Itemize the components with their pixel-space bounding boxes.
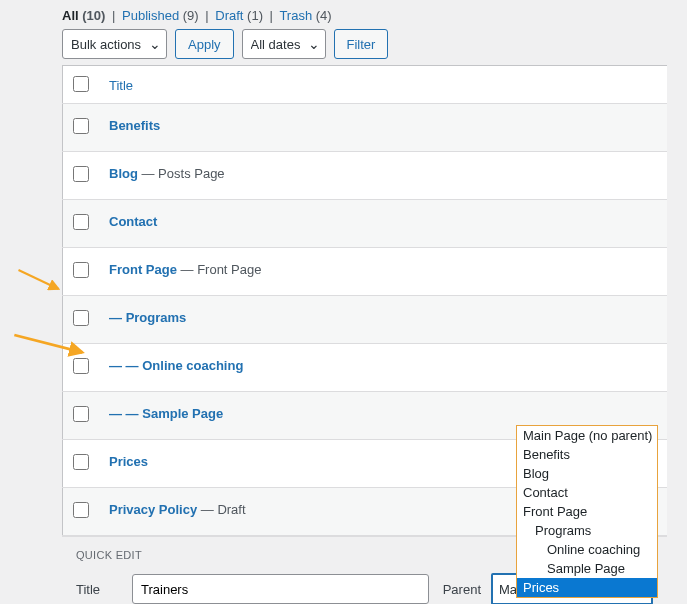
- parent-option[interactable]: Blog: [517, 464, 657, 483]
- hierarchy-prefix: — —: [109, 406, 142, 421]
- row-state: — Front Page: [177, 262, 262, 277]
- row-title-link[interactable]: Privacy Policy: [109, 502, 197, 517]
- filter-trash[interactable]: Trash: [279, 8, 312, 23]
- row-title-link[interactable]: Online coaching: [142, 358, 243, 373]
- parent-option[interactable]: Benefits: [517, 445, 657, 464]
- parent-option[interactable]: Main Page (no parent): [517, 426, 657, 445]
- filter-button[interactable]: Filter: [334, 29, 389, 59]
- parent-option[interactable]: Sample Page: [517, 559, 657, 578]
- parent-option[interactable]: Online coaching: [517, 540, 657, 559]
- row-state: — Posts Page: [138, 166, 225, 181]
- row-checkbox[interactable]: [73, 118, 89, 134]
- parent-option[interactable]: Programs: [517, 521, 657, 540]
- title-input[interactable]: [132, 574, 429, 604]
- filter-draft[interactable]: Draft: [215, 8, 243, 23]
- view-filters: All (10) | Published (9) | Draft (1) | T…: [62, 8, 667, 23]
- select-all-checkbox[interactable]: [73, 76, 89, 92]
- title-label: Title: [76, 582, 118, 597]
- table-row: — — Online coaching: [63, 344, 668, 392]
- table-row: Front Page — Front Page: [63, 248, 668, 296]
- row-state: — Draft: [197, 502, 245, 517]
- parent-listbox[interactable]: Main Page (no parent)BenefitsBlogContact…: [516, 425, 658, 598]
- row-title-link[interactable]: Benefits: [109, 118, 160, 133]
- filter-all[interactable]: All (10): [62, 8, 109, 23]
- parent-label: Parent: [443, 582, 481, 597]
- row-checkbox[interactable]: [73, 358, 89, 374]
- parent-option[interactable]: Front Page: [517, 502, 657, 521]
- hierarchy-prefix: — —: [109, 358, 142, 373]
- row-title-link[interactable]: Prices: [109, 454, 148, 469]
- hierarchy-prefix: —: [109, 310, 126, 325]
- row-title-link[interactable]: Blog: [109, 166, 138, 181]
- row-checkbox[interactable]: [73, 166, 89, 182]
- table-row: Contact: [63, 200, 668, 248]
- filter-published[interactable]: Published: [122, 8, 179, 23]
- parent-option[interactable]: Prices: [517, 578, 657, 597]
- table-row: — Programs: [63, 296, 668, 344]
- row-title-link[interactable]: Sample Page: [142, 406, 223, 421]
- row-checkbox[interactable]: [73, 310, 89, 326]
- row-checkbox[interactable]: [73, 406, 89, 422]
- bulk-actions-select[interactable]: Bulk actions: [62, 29, 167, 59]
- table-row: Blog — Posts Page: [63, 152, 668, 200]
- row-checkbox[interactable]: [73, 502, 89, 518]
- column-title[interactable]: Title: [109, 78, 133, 93]
- tablenav: Bulk actions ⌄ Apply All dates ⌄ Filter: [62, 29, 667, 59]
- row-title-link[interactable]: Contact: [109, 214, 157, 229]
- apply-button[interactable]: Apply: [175, 29, 234, 59]
- parent-option[interactable]: Contact: [517, 483, 657, 502]
- dates-select[interactable]: All dates: [242, 29, 326, 59]
- table-row: Benefits: [63, 104, 668, 152]
- row-title-link[interactable]: Programs: [126, 310, 187, 325]
- row-title-link[interactable]: Front Page: [109, 262, 177, 277]
- row-checkbox[interactable]: [73, 454, 89, 470]
- row-checkbox[interactable]: [73, 214, 89, 230]
- row-checkbox[interactable]: [73, 262, 89, 278]
